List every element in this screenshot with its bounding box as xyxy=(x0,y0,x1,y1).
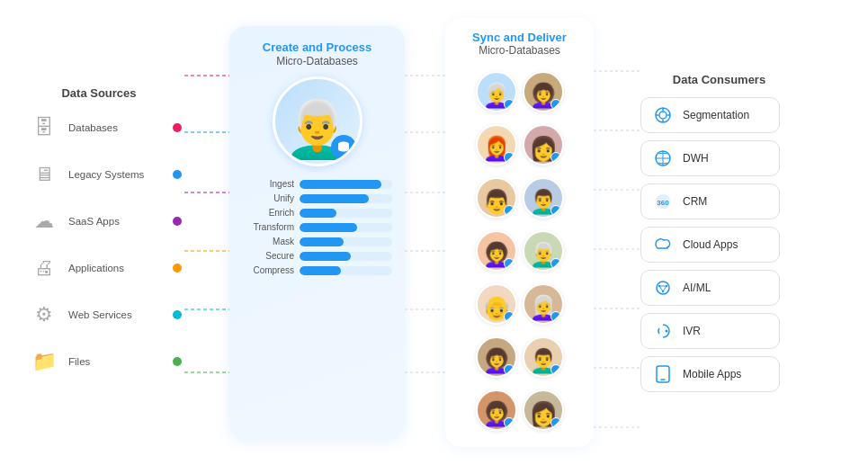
consumer-item: Segmentation xyxy=(640,97,780,133)
avatar-badge xyxy=(550,417,561,428)
source-icon: 📁 xyxy=(27,344,61,379)
avatar-badge xyxy=(504,258,515,269)
svg-point-38 xyxy=(666,330,668,333)
consumer-icon xyxy=(650,362,676,387)
bar-row: Mask xyxy=(242,237,392,246)
avatar-sm: 👩‍🦱 xyxy=(476,336,517,378)
create-process-subtitle: Micro-Databases xyxy=(276,55,358,67)
bar-fill xyxy=(300,180,381,189)
source-item: 🖨 Applications xyxy=(27,251,180,285)
avatar-sm: 👩‍🦱 xyxy=(476,230,517,272)
avatar-row: 👩‍🦱 👨‍🦱 xyxy=(476,336,564,378)
source-items-list: 🗄 Databases 🖥 Legacy Systems ☁ SaaS Apps… xyxy=(18,111,180,379)
source-icon: 🗄 xyxy=(27,111,61,145)
bar-track xyxy=(300,237,392,246)
avatar-sm: 👩 xyxy=(523,124,564,165)
avatar-row: 👩‍🦳 👩‍🦱 xyxy=(476,71,564,112)
bar-fill xyxy=(300,194,369,203)
bar-label: Ingest xyxy=(242,179,294,189)
middle-connector-svg xyxy=(405,26,445,440)
bar-fill xyxy=(300,252,351,261)
source-label: Databases xyxy=(68,122,118,133)
avatar-row: 👩‍🦰 👩 xyxy=(476,124,564,165)
svg-line-37 xyxy=(663,286,667,291)
avatar-sm: 👩‍🦱 xyxy=(523,71,564,112)
svg-point-21 xyxy=(659,112,667,119)
avatar-sm: 👨 xyxy=(476,177,517,219)
bar-row: Transform xyxy=(242,222,392,232)
consumer-item: Cloud Apps xyxy=(640,227,780,263)
source-label: SaaS Apps xyxy=(68,216,120,227)
consumer-item: AI/ML xyxy=(640,270,780,306)
avatar-badge xyxy=(550,364,561,375)
data-sources-section: Data Sources 🗄 Databases 🖥 Legacy System… xyxy=(18,86,180,379)
source-item: 📁 Files xyxy=(27,344,180,379)
avatar-badge xyxy=(504,311,515,322)
create-process-panel: Create and Process Micro-Databases 👨‍🦳 I… xyxy=(229,26,405,440)
bar-fill xyxy=(300,223,357,232)
consumer-label: Segmentation xyxy=(683,109,749,121)
source-label: Files xyxy=(68,356,90,367)
avatar-badge xyxy=(504,205,515,216)
sync-deliver-panel: Sync and Deliver Micro-Databases 👩‍🦳 👩‍🦱… xyxy=(445,18,594,447)
avatar-sm: 👨‍🦱 xyxy=(523,336,564,378)
source-label: Applications xyxy=(68,263,124,273)
source-item: ⚙ Web Services xyxy=(27,298,180,332)
bar-track xyxy=(300,266,392,275)
bar-row: Unify xyxy=(242,193,392,203)
db-badge-icon xyxy=(331,135,356,160)
consumer-icon: 360 xyxy=(650,189,676,214)
consumer-item: 360 CRM xyxy=(640,183,780,219)
bar-track xyxy=(300,180,392,189)
middle-connectors xyxy=(405,26,445,440)
svg-text:360: 360 xyxy=(657,199,669,207)
svg-line-36 xyxy=(659,286,663,291)
avatar-sm: 👩 xyxy=(523,389,564,431)
avatar-badge xyxy=(550,311,561,322)
bar-label: Mask xyxy=(242,237,294,246)
source-icon: 🖥 xyxy=(27,157,61,192)
source-icon: ⚙ xyxy=(27,298,61,332)
consumer-label: CRM xyxy=(683,195,707,208)
bar-label: Unify xyxy=(242,193,294,203)
avatar-sm: 👩‍🦳 xyxy=(476,71,517,112)
bar-fill xyxy=(300,266,341,275)
source-icon: ☁ xyxy=(27,204,61,238)
source-label: Legacy Systems xyxy=(68,169,144,180)
avatar-sm: 👨‍🦱 xyxy=(523,177,564,219)
consumer-item: Mobile Apps xyxy=(640,356,780,392)
consumer-icon xyxy=(650,275,676,300)
consumer-label: Cloud Apps xyxy=(683,238,738,251)
avatar-badge xyxy=(504,152,515,163)
avatar-badge xyxy=(550,258,561,269)
consumer-icon xyxy=(650,103,676,128)
avatar-badge xyxy=(504,417,515,428)
bar-fill xyxy=(300,237,344,246)
bar-track xyxy=(300,209,392,218)
left-connectors xyxy=(180,26,229,440)
avatar-sm: 👩‍🦳 xyxy=(523,283,564,325)
bar-row: Enrich xyxy=(242,208,392,218)
avatar-grid: 👩‍🦳 👩‍🦱 👩‍🦰 👩 👨 👨‍🦱 👩‍🦱 👨‍🦳 👴 xyxy=(476,67,564,434)
avatar-badge xyxy=(504,99,515,110)
source-icon: 🖨 xyxy=(27,251,61,285)
consumer-items-list: Segmentation DWH 360 CRM Cloud Apps AI/M… xyxy=(640,97,798,392)
avatar-sm: 👩‍🦰 xyxy=(476,124,517,165)
avatar-badge xyxy=(550,205,561,216)
consumer-icon xyxy=(650,318,676,344)
consumer-label: DWH xyxy=(683,152,709,165)
sync-subtitle: Micro-Databases xyxy=(479,44,560,57)
data-consumers-title: Data Consumers xyxy=(673,73,765,86)
data-consumers-section: Data Consumers Segmentation DWH 360 CRM … xyxy=(640,73,798,392)
avatar-badge xyxy=(504,364,515,375)
right-connectors xyxy=(594,26,640,440)
source-item: 🗄 Databases xyxy=(27,111,180,145)
processing-bar-chart: Ingest Unify Enrich Transform Mask Secur… xyxy=(242,179,392,275)
bar-track xyxy=(300,223,392,232)
bar-row: Compress xyxy=(242,265,392,275)
avatar-row: 👩‍🦱 👨‍🦳 xyxy=(476,230,564,272)
avatar-row: 👨 👨‍🦱 xyxy=(476,177,564,219)
avatar-badge xyxy=(550,99,561,110)
sync-title: Sync and Deliver xyxy=(472,31,567,44)
left-connector-svg xyxy=(180,26,229,440)
